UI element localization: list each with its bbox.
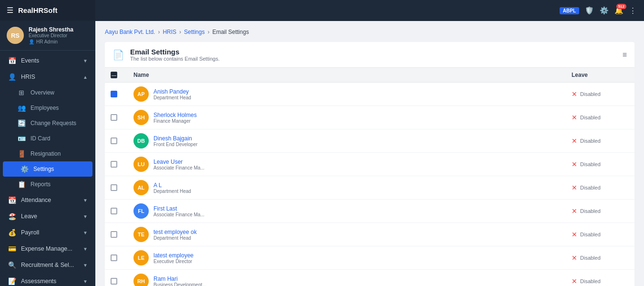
sidebar-item-resignation[interactable]: 🚪 Resignation — [0, 146, 95, 161]
sidebar-item-employees[interactable]: 👥 Employees — [0, 100, 95, 116]
table-row: TE test employee ok Department Head ✕ Di… — [105, 223, 634, 246]
emp-name-4[interactable]: Leave User — [153, 159, 204, 165]
breadcrumb-item-company[interactable]: Aayu Bank Pvt. Ltd. — [105, 29, 155, 35]
emp-avatar-8: LE — [133, 250, 149, 265]
assessments-icon: 📝 — [8, 277, 16, 285]
row-checkbox-8[interactable] — [111, 254, 117, 261]
emp-name-9[interactable]: Ram Hari — [153, 275, 206, 282]
emp-name-3[interactable]: Dinesh Bajgain — [153, 135, 197, 142]
employee-cell-9: RH Ram Hari Business Development... — [133, 274, 572, 286]
attendance-icon: 📆 — [8, 196, 16, 204]
sidebar-item-payroll[interactable]: 💰Payroll ▼ — [0, 224, 95, 241]
notification-wrap[interactable]: 🔔 512 — [614, 6, 624, 15]
table-row: LE latest employee Executive Director ✕ … — [105, 246, 634, 270]
breadcrumb-item-settings[interactable]: Settings — [184, 29, 204, 35]
emp-details-3: Dinesh Bajgain Front End Developer — [153, 135, 197, 147]
row-checkbox-9[interactable] — [111, 278, 117, 285]
row-checkbox-cell-8 — [111, 254, 133, 261]
leave-cell-9: ✕ Disabled — [572, 277, 629, 285]
x-icon-5: ✕ — [572, 184, 577, 191]
x-icon-4: ✕ — [572, 160, 577, 168]
sidebar-item-id-card[interactable]: 🪪 ID Card — [0, 131, 95, 146]
emp-name-6[interactable]: First Last — [153, 205, 204, 212]
x-icon-3: ✕ — [572, 137, 577, 145]
attendance-label: Attendance — [21, 197, 51, 203]
sidebar-item-recruitment[interactable]: 🔍Recruitment & Sel... ▼ — [0, 257, 95, 273]
leave-label: Leave — [21, 213, 37, 220]
row-checkbox-cell-1 — [111, 91, 133, 97]
row-checkbox-1[interactable] — [111, 91, 117, 97]
employee-cell-3: DB Dinesh Bajgain Front End Developer — [133, 133, 572, 148]
leave-cell-6: ✕ Disabled — [572, 207, 629, 215]
sidebar-item-assessments[interactable]: 📝Assessments ▼ — [0, 273, 95, 286]
header-checkbox-cell: — — [111, 72, 133, 78]
resignation-label: Resignation — [31, 150, 61, 157]
row-checkbox-4[interactable] — [111, 161, 117, 168]
user-badge-label: HR Admin — [36, 39, 58, 44]
leave-icon: 🏖️ — [8, 212, 16, 220]
sidebar-item-reports[interactable]: 📋 Reports — [0, 177, 95, 192]
sidebar-item-change-requests[interactable]: 🔄 Change Requests — [0, 116, 95, 131]
chevron-down-icon-assessments: ▼ — [83, 279, 88, 284]
emp-role-7: Department Head — [153, 235, 197, 241]
row-checkbox-3[interactable] — [111, 138, 117, 144]
sidebar-header: ☰ RealHRSoft — [0, 0, 95, 21]
emp-name-1[interactable]: Anish Pandey — [153, 88, 191, 95]
page-subtitle: The list below contains Email Settings. — [130, 56, 220, 62]
row-checkbox-7[interactable] — [111, 231, 117, 238]
sidebar-item-settings[interactable]: ⚙️ Settings — [3, 161, 92, 177]
employee-cell-1: AP Anish Pandey Department Head — [133, 86, 572, 102]
sidebar-item-expense[interactable]: 💳Expense Manage... ▼ — [0, 241, 95, 257]
x-icon-2: ✕ — [572, 114, 577, 121]
sidebar-item-overview[interactable]: ⊞ Overview — [0, 85, 95, 100]
change-requests-label: Change Requests — [31, 120, 76, 127]
expense-label: Expense Manage... — [21, 245, 72, 252]
row-checkbox-cell-7 — [111, 231, 133, 238]
emp-name-7[interactable]: test employee ok — [153, 229, 197, 235]
emp-name-8[interactable]: latest employee — [153, 252, 194, 259]
chevron-up-icon: ▲ — [83, 74, 88, 80]
top-bar: ABPL 🛡️ ⚙️ 🔔 512 ⋮ — [95, 0, 644, 21]
chevron-down-icon-attendance: ▼ — [83, 198, 88, 203]
more-icon[interactable]: ⋮ — [629, 6, 636, 15]
gear-icon[interactable]: ⚙️ — [600, 6, 609, 15]
payroll-icon: 💰 — [8, 229, 16, 236]
settings-icon: ⚙️ — [20, 165, 29, 173]
emp-name-5[interactable]: A L — [153, 182, 191, 189]
employee-cell-6: FL First Last Associate Finance Ma... — [133, 203, 572, 219]
leave-cell-3: ✕ Disabled — [572, 137, 629, 145]
id-card-label: ID Card — [31, 135, 50, 142]
row-checkbox-6[interactable] — [111, 208, 117, 214]
sidebar-item-attendance[interactable]: 📆Attendance ▼ — [0, 192, 95, 208]
page-header-text: Email Settings The list below contains E… — [130, 48, 220, 62]
sidebar-item-leave[interactable]: 🏖️Leave ▼ — [0, 208, 95, 224]
emp-role-4: Associate Finance Ma... — [153, 165, 204, 170]
sidebar-item-events[interactable]: 📅Events ▼ — [0, 53, 95, 69]
emp-role-1: Department Head — [153, 95, 191, 100]
row-checkbox-2[interactable] — [111, 114, 117, 121]
user-name: Rajesh Shrestha — [29, 26, 73, 33]
sidebar-item-hris[interactable]: 👤HRIS ▲ — [0, 69, 95, 85]
emp-details-2: Sherlock Holmes Finance Manager — [153, 112, 197, 124]
chevron-down-icon-payroll: ▼ — [83, 230, 88, 235]
emp-avatar-9: RH — [133, 274, 149, 286]
emp-role-9: Business Development... — [153, 282, 206, 286]
nav-section: 📅Events ▼ 👤HRIS ▲ ⊞ Overview 👥 Employees… — [0, 51, 95, 286]
shield-icon[interactable]: 🛡️ — [585, 6, 594, 15]
recruitment-icon: 🔍 — [8, 261, 16, 269]
table-row: SH Sherlock Holmes Finance Manager ✕ Dis… — [105, 106, 634, 129]
row-checkbox-5[interactable] — [111, 184, 117, 191]
email-settings-table: — Name Leave AP Anish Pandey Department … — [105, 68, 634, 286]
filter-icon[interactable]: ≡ — [623, 51, 627, 59]
chevron-down-icon-expense: ▼ — [83, 246, 88, 252]
select-all-checkbox[interactable]: — — [111, 72, 117, 78]
hamburger-icon[interactable]: ☰ — [7, 6, 13, 15]
expense-icon: 💳 — [8, 245, 16, 253]
x-icon-9: ✕ — [572, 277, 577, 285]
breadcrumb-item-hris[interactable]: HRIS — [163, 29, 176, 35]
table-row: DB Dinesh Bajgain Front End Developer ✕ … — [105, 129, 634, 153]
leave-status-5: Disabled — [580, 185, 601, 191]
emp-name-2[interactable]: Sherlock Holmes — [153, 112, 197, 118]
table-body: AP Anish Pandey Department Head ✕ Disabl… — [105, 83, 634, 286]
company-badge: ABPL — [560, 7, 579, 14]
